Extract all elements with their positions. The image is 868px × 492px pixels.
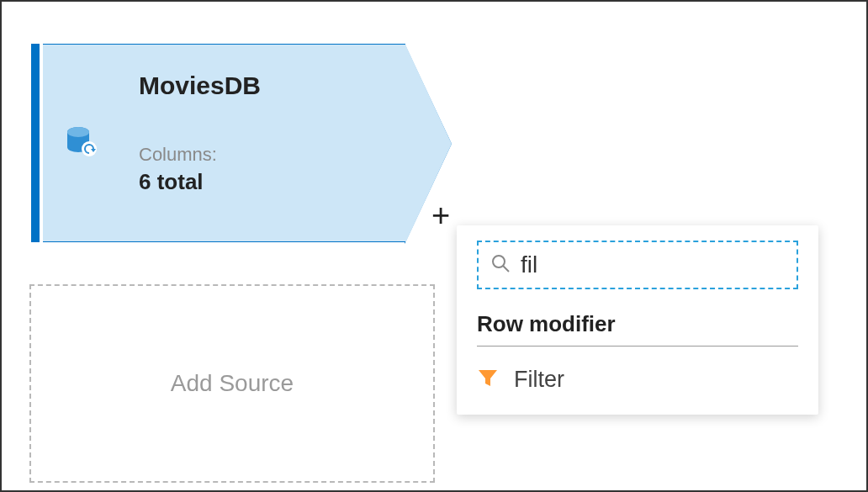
source-columns-value: 6 total [139, 169, 389, 195]
filter-icon [477, 368, 499, 393]
transformation-menu: Row modifier Filter [457, 225, 818, 415]
svg-line-4 [503, 266, 509, 272]
menu-section-title: Row modifier [477, 311, 798, 337]
source-icon-column [43, 44, 120, 242]
menu-item-label: Filter [514, 367, 564, 393]
menu-item-filter[interactable]: Filter [477, 363, 798, 396]
menu-divider [477, 346, 798, 347]
menu-search-box[interactable] [477, 241, 798, 289]
source-columns-label: Columns: [139, 144, 389, 166]
source-node[interactable]: MoviesDB Columns: 6 total [31, 44, 405, 242]
search-icon [490, 253, 511, 277]
svg-point-1 [67, 127, 89, 137]
search-input[interactable] [521, 251, 785, 278]
add-source-placeholder[interactable]: Add Source [29, 284, 435, 483]
source-title: MoviesDB [139, 71, 389, 100]
add-transformation-button[interactable]: + [431, 199, 450, 231]
add-source-label: Add Source [171, 370, 294, 397]
source-handle[interactable] [31, 44, 40, 242]
svg-point-3 [493, 256, 505, 267]
database-icon [63, 123, 100, 163]
source-body: MoviesDB Columns: 6 total [120, 44, 405, 242]
